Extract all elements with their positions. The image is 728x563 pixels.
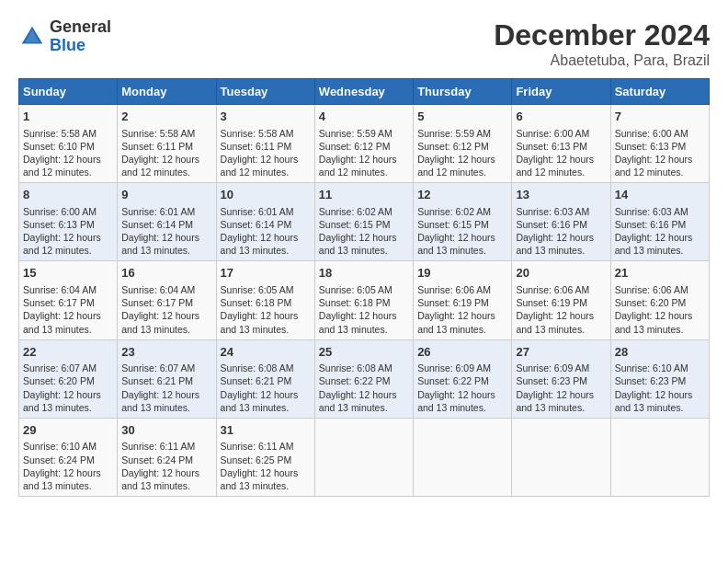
sunset-label: Sunset: 6:16 PM <box>615 219 687 230</box>
sunrise-label: Sunrise: 6:00 AM <box>23 206 97 217</box>
sunrise-label: Sunrise: 6:03 AM <box>615 206 688 217</box>
day-number: 15 <box>23 265 113 282</box>
sunset-label: Sunset: 6:17 PM <box>121 297 193 308</box>
day-number: 23 <box>121 344 211 361</box>
sunrise-label: Sunrise: 5:58 AM <box>23 128 97 139</box>
sunrise-label: Sunrise: 6:06 AM <box>417 284 491 295</box>
calendar-cell <box>610 418 709 496</box>
calendar-cell: 14 Sunrise: 6:03 AM Sunset: 6:16 PM Dayl… <box>610 183 709 261</box>
logo-general: General <box>50 17 111 36</box>
daylight-label: Daylight: 12 hours and 13 minutes. <box>221 467 299 491</box>
calendar-cell: 24 Sunrise: 6:08 AM Sunset: 6:21 PM Dayl… <box>216 339 314 418</box>
sunset-label: Sunset: 6:19 PM <box>516 297 587 308</box>
day-number: 21 <box>615 265 705 282</box>
sunset-label: Sunset: 6:10 PM <box>23 141 95 152</box>
sunset-label: Sunset: 6:13 PM <box>516 141 587 152</box>
day-number: 10 <box>221 187 311 203</box>
sunrise-label: Sunrise: 6:02 AM <box>319 206 392 217</box>
sunset-label: Sunset: 6:12 PM <box>417 141 489 152</box>
sunset-label: Sunset: 6:22 PM <box>319 375 391 386</box>
calendar-cell: 16 Sunrise: 6:04 AM Sunset: 6:17 PM Dayl… <box>118 261 216 339</box>
sunrise-label: Sunrise: 5:59 AM <box>417 128 491 139</box>
sunrise-label: Sunrise: 6:08 AM <box>319 362 392 373</box>
daylight-label: Daylight: 12 hours and 13 minutes. <box>516 389 594 413</box>
logo-text: General Blue <box>50 18 111 55</box>
calendar-cell: 8 Sunrise: 6:00 AM Sunset: 6:13 PM Dayli… <box>19 183 118 261</box>
sunset-label: Sunset: 6:23 PM <box>615 375 687 386</box>
sunrise-label: Sunrise: 6:03 AM <box>516 206 589 217</box>
sunset-label: Sunset: 6:24 PM <box>121 454 193 465</box>
day-number: 6 <box>516 109 606 125</box>
sunrise-label: Sunrise: 6:06 AM <box>615 284 688 295</box>
sunrise-label: Sunrise: 6:11 AM <box>121 441 195 452</box>
daylight-label: Daylight: 12 hours and 13 minutes. <box>221 389 299 413</box>
calendar-cell <box>512 418 610 496</box>
calendar-cell: 31 Sunrise: 6:11 AM Sunset: 6:25 PM Dayl… <box>216 418 314 496</box>
day-number: 16 <box>121 265 211 282</box>
daylight-label: Daylight: 12 hours and 12 minutes. <box>221 154 299 178</box>
sunset-label: Sunset: 6:16 PM <box>516 219 587 230</box>
calendar-cell: 10 Sunrise: 6:01 AM Sunset: 6:14 PM Dayl… <box>216 183 314 261</box>
daylight-label: Daylight: 12 hours and 13 minutes. <box>615 232 693 256</box>
title-block: December 2024 Abaetetuba, Para, Brazil <box>494 18 710 69</box>
daylight-label: Daylight: 12 hours and 13 minutes. <box>221 310 299 334</box>
sunset-label: Sunset: 6:17 PM <box>23 297 95 308</box>
sunrise-label: Sunrise: 6:00 AM <box>516 128 589 139</box>
calendar-cell: 1 Sunrise: 5:58 AM Sunset: 6:10 PM Dayli… <box>19 105 118 183</box>
day-of-week-header: Friday <box>512 79 610 105</box>
sunset-label: Sunset: 6:21 PM <box>221 375 292 386</box>
sunrise-label: Sunrise: 5:58 AM <box>121 128 195 139</box>
sunset-label: Sunset: 6:20 PM <box>615 297 687 308</box>
calendar-week-row: 1 Sunrise: 5:58 AM Sunset: 6:10 PM Dayli… <box>19 105 710 183</box>
calendar-cell: 29 Sunrise: 6:10 AM Sunset: 6:24 PM Dayl… <box>19 418 118 496</box>
day-number: 19 <box>417 265 507 282</box>
day-of-week-header: Tuesday <box>216 79 314 105</box>
day-number: 11 <box>319 187 409 203</box>
sunrise-label: Sunrise: 6:09 AM <box>417 362 491 373</box>
day-of-week-header: Thursday <box>414 79 512 105</box>
sunrise-label: Sunrise: 6:00 AM <box>615 128 688 139</box>
calendar-week-row: 15 Sunrise: 6:04 AM Sunset: 6:17 PM Dayl… <box>19 261 710 339</box>
calendar-cell: 21 Sunrise: 6:06 AM Sunset: 6:20 PM Dayl… <box>610 261 709 339</box>
day-number: 30 <box>121 422 211 439</box>
sunrise-label: Sunrise: 6:10 AM <box>23 441 97 452</box>
daylight-label: Daylight: 12 hours and 12 minutes. <box>615 154 693 178</box>
sunrise-label: Sunrise: 5:58 AM <box>221 128 294 139</box>
sunset-label: Sunset: 6:11 PM <box>121 141 193 152</box>
sunrise-label: Sunrise: 6:02 AM <box>417 206 491 217</box>
day-number: 20 <box>516 265 606 282</box>
calendar-cell: 4 Sunrise: 5:59 AM Sunset: 6:12 PM Dayli… <box>314 105 413 183</box>
daylight-label: Daylight: 12 hours and 13 minutes. <box>23 310 101 334</box>
sunrise-label: Sunrise: 6:01 AM <box>221 206 294 217</box>
day-number: 22 <box>23 344 113 361</box>
sunrise-label: Sunrise: 6:05 AM <box>319 284 392 295</box>
day-number: 31 <box>221 422 311 439</box>
calendar-cell: 9 Sunrise: 6:01 AM Sunset: 6:14 PM Dayli… <box>118 183 216 261</box>
daylight-label: Daylight: 12 hours and 13 minutes. <box>319 389 397 413</box>
calendar-cell: 19 Sunrise: 6:06 AM Sunset: 6:19 PM Dayl… <box>414 261 512 339</box>
day-number: 8 <box>23 187 113 203</box>
sunset-label: Sunset: 6:12 PM <box>319 141 391 152</box>
daylight-label: Daylight: 12 hours and 13 minutes. <box>417 389 495 413</box>
day-number: 27 <box>516 344 606 361</box>
sunset-label: Sunset: 6:22 PM <box>417 375 489 386</box>
daylight-label: Daylight: 12 hours and 13 minutes. <box>417 232 495 256</box>
sunrise-label: Sunrise: 6:04 AM <box>121 284 195 295</box>
sunset-label: Sunset: 6:20 PM <box>23 375 95 386</box>
sunset-label: Sunset: 6:13 PM <box>23 219 95 230</box>
calendar-week-row: 29 Sunrise: 6:10 AM Sunset: 6:24 PM Dayl… <box>19 418 710 496</box>
calendar-cell <box>414 418 512 496</box>
day-number: 1 <box>23 109 113 125</box>
sunrise-label: Sunrise: 6:01 AM <box>121 206 195 217</box>
day-number: 12 <box>417 187 507 203</box>
sunrise-label: Sunrise: 6:08 AM <box>221 362 294 373</box>
sunset-label: Sunset: 6:23 PM <box>516 375 587 386</box>
calendar-cell: 7 Sunrise: 6:00 AM Sunset: 6:13 PM Dayli… <box>610 105 709 183</box>
sunset-label: Sunset: 6:11 PM <box>221 141 292 152</box>
daylight-label: Daylight: 12 hours and 12 minutes. <box>23 232 101 256</box>
calendar-cell <box>314 418 413 496</box>
calendar-cell: 15 Sunrise: 6:04 AM Sunset: 6:17 PM Dayl… <box>19 261 118 339</box>
calendar-cell: 18 Sunrise: 6:05 AM Sunset: 6:18 PM Dayl… <box>314 261 413 339</box>
day-number: 25 <box>319 344 409 361</box>
daylight-label: Daylight: 12 hours and 13 minutes. <box>23 389 101 413</box>
